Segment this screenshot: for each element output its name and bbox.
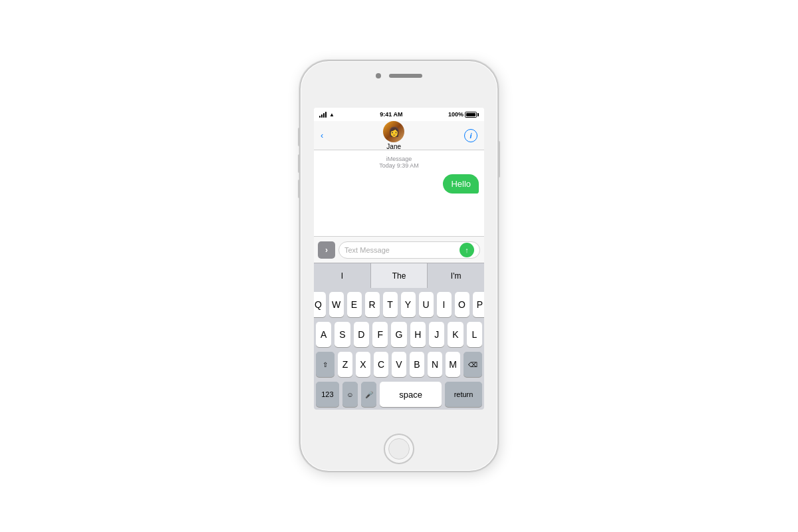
key-q[interactable]: Q: [314, 292, 326, 317]
earpiece-speaker: [389, 74, 422, 78]
autocomplete-item-2[interactable]: The: [371, 263, 428, 288]
send-button[interactable]: ↑: [460, 243, 474, 257]
message-area: iMessage Today 9:39 AM Hello: [314, 150, 484, 236]
battery-icon: [465, 112, 479, 118]
volume-up-button: [298, 154, 300, 173]
key-k[interactable]: K: [448, 322, 463, 347]
key-x[interactable]: X: [356, 352, 370, 377]
battery-percent: 100%: [448, 111, 464, 118]
nav-center: 👩 Jane: [383, 121, 404, 150]
autocomplete-bar: I The I'm: [314, 263, 484, 288]
keyboard-row-bottom: 123 ☺ 🎤 space return: [316, 382, 482, 407]
emoji-key[interactable]: ☺: [342, 382, 358, 407]
keyboard-row-2: A S D F G H J K L: [316, 322, 482, 347]
front-camera: [376, 73, 381, 78]
key-u[interactable]: U: [419, 292, 434, 317]
key-z[interactable]: Z: [338, 352, 352, 377]
phone-screen: ▲ 9:41 AM 100% ‹ 👩 Jane: [314, 108, 484, 410]
key-e[interactable]: E: [347, 292, 362, 317]
key-j[interactable]: J: [429, 322, 444, 347]
key-o[interactable]: O: [455, 292, 469, 317]
iphone-frame: ▲ 9:41 AM 100% ‹ 👩 Jane: [299, 60, 499, 472]
status-bar: ▲ 9:41 AM 100%: [314, 108, 484, 121]
back-button[interactable]: ‹: [321, 130, 323, 140]
navigation-bar: ‹ 👩 Jane i: [314, 121, 484, 150]
autocomplete-item-3[interactable]: I'm: [428, 263, 484, 288]
status-right: 100%: [448, 111, 479, 118]
signal-bar-2: [321, 114, 323, 118]
key-r[interactable]: R: [365, 292, 380, 317]
avatar-emoji: 👩: [388, 126, 400, 137]
key-b[interactable]: B: [410, 352, 424, 377]
battery-fill: [466, 113, 475, 116]
input-placeholder: Text Message: [344, 246, 390, 254]
message-timestamp: iMessage Today 9:39 AM: [319, 156, 479, 169]
backspace-key[interactable]: ⌫: [464, 352, 482, 377]
key-i[interactable]: I: [437, 292, 452, 317]
battery-body: [465, 112, 477, 118]
key-c[interactable]: C: [374, 352, 388, 377]
keyboard-row-3: ⇧ Z X C V B N M ⌫: [316, 352, 482, 377]
signal-bars: [319, 112, 327, 118]
key-m[interactable]: M: [446, 352, 460, 377]
input-bar: › Text Message ↑: [314, 236, 484, 263]
mic-key[interactable]: 🎤: [361, 382, 376, 407]
message-input-field[interactable]: Text Message ↑: [338, 241, 480, 259]
message-row-sent: Hello: [319, 174, 479, 194]
contact-avatar[interactable]: 👩: [383, 121, 404, 142]
key-t[interactable]: T: [383, 292, 398, 317]
space-key[interactable]: space: [380, 382, 442, 407]
keyboard: Q W E R T Y U I O P A S D F G H J K: [314, 288, 484, 410]
info-button[interactable]: i: [464, 129, 477, 142]
shift-key[interactable]: ⇧: [316, 352, 334, 377]
key-n[interactable]: N: [428, 352, 442, 377]
wifi-icon: ▲: [329, 112, 334, 118]
volume-down-button: [298, 180, 300, 198]
message-time: Today 9:39 AM: [379, 162, 419, 169]
contact-name: Jane: [386, 143, 401, 150]
send-icon: ↑: [465, 246, 469, 254]
signal-bar-3: [323, 113, 325, 118]
key-f[interactable]: F: [372, 322, 388, 347]
key-h[interactable]: H: [410, 322, 426, 347]
home-button-inner: [388, 438, 410, 460]
key-p[interactable]: P: [473, 292, 485, 317]
signal-bar-1: [319, 116, 321, 118]
phone-top-bar: [332, 73, 466, 78]
apps-button[interactable]: ›: [318, 241, 335, 259]
key-y[interactable]: Y: [401, 292, 416, 317]
message-bubble-hello: Hello: [443, 174, 479, 194]
key-s[interactable]: S: [334, 322, 350, 347]
home-button[interactable]: [384, 434, 414, 464]
key-d[interactable]: D: [354, 322, 369, 347]
keyboard-row-1: Q W E R T Y U I O P: [316, 292, 482, 317]
key-a[interactable]: A: [316, 322, 331, 347]
imessage-label: iMessage: [386, 156, 412, 162]
key-l[interactable]: L: [467, 322, 482, 347]
numbers-key[interactable]: 123: [316, 382, 339, 407]
key-g[interactable]: G: [391, 322, 406, 347]
key-v[interactable]: V: [392, 352, 406, 377]
battery-tip: [477, 113, 479, 116]
status-time: 9:41 AM: [380, 111, 402, 118]
status-left: ▲: [319, 112, 334, 118]
autocomplete-item-1[interactable]: I: [314, 263, 371, 288]
key-w[interactable]: W: [329, 292, 344, 317]
signal-bar-4: [325, 112, 327, 118]
return-key[interactable]: return: [445, 382, 482, 407]
apps-icon: ›: [325, 245, 328, 255]
